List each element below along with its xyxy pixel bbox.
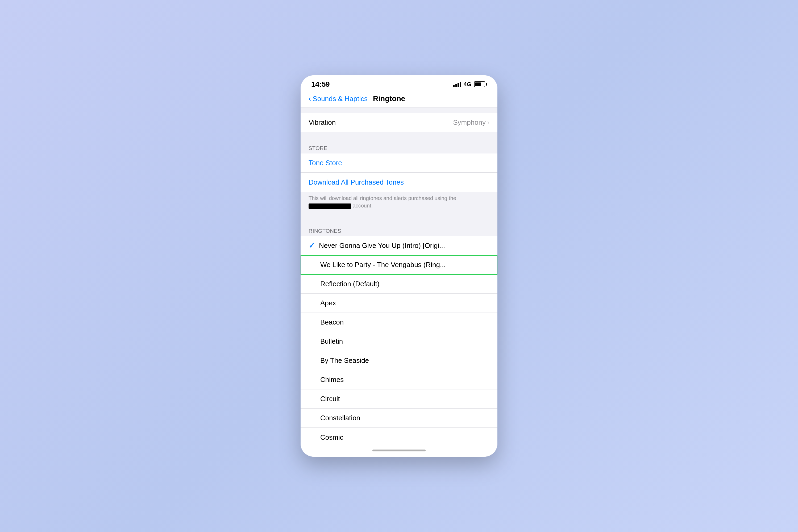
chevron-right-icon: ›	[487, 119, 490, 126]
ringtone-label: Cosmic	[320, 433, 490, 441]
ringtone-label: Beacon	[320, 318, 490, 326]
ringtone-row[interactable]: By The Seaside	[301, 351, 497, 370]
ringtone-label: Constellation	[320, 414, 490, 422]
status-icons: 4G	[453, 81, 487, 88]
vibration-label: Vibration	[308, 118, 453, 127]
tone-store-row[interactable]: Tone Store	[301, 153, 497, 173]
ringtone-label: Reflection (Default)	[320, 280, 490, 288]
ringtone-row[interactable]: ✓ Never Gonna Give You Up (Intro) [Origi…	[301, 236, 497, 255]
ringtone-label: Never Gonna Give You Up (Intro) [Origi..…	[319, 242, 490, 250]
ringtone-row[interactable]: Bulletin	[301, 332, 497, 351]
ringtone-row[interactable]: Chimes	[301, 370, 497, 390]
tone-store-label: Tone Store	[308, 159, 342, 167]
signal-icon	[453, 82, 461, 87]
ringtone-label: Circuit	[320, 395, 490, 403]
ringtones-section: RINGTONES ✓ Never Gonna Give You Up (Int…	[301, 223, 497, 447]
home-indicator	[301, 447, 497, 457]
ringtone-row[interactable]: Circuit	[301, 390, 497, 408]
ringtone-row[interactable]: Reflection (Default)	[301, 274, 497, 294]
ringtone-label: We Like to Party - The Vengabus (Ring...	[320, 261, 490, 269]
back-button[interactable]: ‹ Sounds & Haptics	[308, 94, 367, 103]
download-tones-row[interactable]: Download All Purchased Tones	[301, 173, 497, 192]
ringtone-label: Apex	[320, 299, 490, 307]
ringtone-label: By The Seaside	[320, 357, 490, 365]
store-card: Tone Store Download All Purchased Tones	[301, 153, 497, 192]
ringtone-label: Bulletin	[320, 337, 490, 345]
phone-frame: 14:59 4G ‹ Sounds & Haptics Ringtone	[301, 75, 497, 457]
nav-bar: ‹ Sounds & Haptics Ringtone	[301, 91, 497, 108]
back-label: Sounds & Haptics	[312, 95, 367, 103]
ringtone-row[interactable]: Beacon	[301, 313, 497, 332]
vibration-value: Symphony ›	[453, 118, 490, 127]
home-bar	[373, 450, 425, 451]
vibration-section: Vibration Symphony ›	[301, 113, 497, 132]
ringtones-section-header: RINGTONES	[301, 223, 497, 236]
checkmark-icon: ✓	[308, 241, 315, 250]
ringtone-label: Chimes	[320, 376, 490, 384]
ringtone-row[interactable]: Cosmic	[301, 428, 497, 447]
back-chevron-icon: ‹	[308, 94, 311, 103]
download-tones-label: Download All Purchased Tones	[308, 178, 404, 187]
store-description: This will download all ringtones and ale…	[301, 192, 497, 215]
status-time: 14:59	[311, 80, 329, 89]
ringtone-row-highlighted[interactable]: We Like to Party - The Vengabus (Ring...	[301, 255, 497, 274]
network-label: 4G	[464, 81, 471, 88]
battery-icon	[474, 81, 487, 87]
vibration-row[interactable]: Vibration Symphony ›	[301, 113, 497, 132]
status-bar: 14:59 4G	[301, 75, 497, 91]
store-section-header: STORE	[301, 140, 497, 153]
ringtone-row[interactable]: Constellation	[301, 408, 497, 428]
redacted-account	[308, 204, 351, 209]
ringtones-card: ✓ Never Gonna Give You Up (Intro) [Origi…	[301, 236, 497, 447]
page-title: Ringtone	[373, 94, 405, 103]
content-area: Vibration Symphony › STORE Tone Store Do…	[301, 108, 497, 447]
ringtone-row[interactable]: Apex	[301, 294, 497, 313]
store-section: STORE Tone Store Download All Purchased …	[301, 140, 497, 215]
